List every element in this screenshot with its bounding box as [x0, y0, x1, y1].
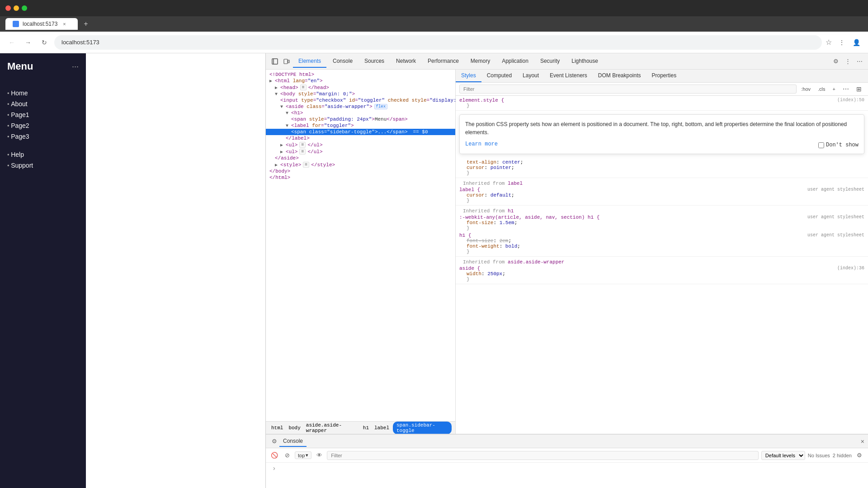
reload-button[interactable]: ↻ — [38, 36, 51, 49]
collapse-icon[interactable]: ▶ — [280, 149, 283, 155]
breadcrumb-span-toggle[interactable]: span.sidebar-toggle — [393, 422, 452, 434]
new-tab-button[interactable]: + — [80, 18, 92, 30]
style-selector[interactable]: aside { — [459, 266, 480, 271]
collapse-icon[interactable]: ▶ — [269, 78, 272, 84]
html-line[interactable]: ▶ <html lang="en"> — [266, 78, 455, 84]
top-context-selector[interactable]: top ▾ — [295, 451, 311, 459]
html-line[interactable]: ▶ <ul> ≡ </ul> — [266, 141, 455, 148]
close-tab-button[interactable]: × — [61, 21, 67, 27]
style-property[interactable]: cursor — [467, 192, 485, 198]
tab-performance[interactable]: Performance — [422, 55, 464, 68]
html-line[interactable]: <span style="padding: 24px">Menu</span> — [266, 116, 455, 122]
subtab-styles[interactable]: Styles — [456, 70, 481, 82]
inspect-icon[interactable] — [269, 56, 280, 67]
hover-button[interactable]: :hov — [798, 85, 813, 93]
back-button[interactable]: ← — [5, 36, 18, 49]
subtab-computed[interactable]: Computed — [481, 70, 517, 82]
style-property[interactable]: font-size — [467, 238, 493, 244]
tab-application[interactable]: Application — [496, 55, 534, 68]
style-property[interactable]: font-size — [467, 220, 493, 225]
collapse-icon[interactable]: ▶ — [280, 142, 283, 148]
add-style-button[interactable]: + — [830, 85, 838, 93]
html-line[interactable]: <!DOCTYPE html> — [266, 71, 455, 78]
collapse-icon[interactable]: ▶ — [275, 162, 278, 168]
extensions-button[interactable]: ⋮ — [835, 36, 848, 49]
html-line[interactable]: ▼ <h1> — [266, 110, 455, 116]
inherited-tag[interactable]: h1 — [508, 208, 514, 214]
html-line[interactable]: ▼ <body style="margin: 0;"> — [266, 91, 455, 97]
tab-memory[interactable]: Memory — [465, 55, 495, 68]
subtab-layout[interactable]: Layout — [517, 70, 544, 82]
console-filter-icon[interactable]: ⊘ — [282, 450, 292, 460]
url-bar[interactable]: localhost:5173 — [54, 35, 822, 50]
more-styles-button[interactable]: ⋯ — [840, 84, 852, 94]
nav-link-page2[interactable]: Page2 — [11, 122, 29, 129]
collapse-icon[interactable]: ▼ — [275, 92, 278, 97]
nav-link-help[interactable]: Help — [11, 151, 24, 158]
tab-network[interactable]: Network — [391, 55, 421, 68]
html-line[interactable]: ▼ <label for="toggler"> — [266, 122, 455, 129]
forward-button[interactable]: → — [22, 36, 34, 49]
sidebar-menu-dots[interactable]: ··· — [72, 62, 79, 71]
nav-link-home[interactable]: Home — [11, 89, 28, 97]
html-line[interactable]: ▶ <ul> ≡ </ul> — [266, 148, 455, 155]
bookmark-button[interactable]: ☆ — [826, 38, 832, 47]
console-settings-btn[interactable]: ⚙ — [854, 450, 864, 460]
style-property[interactable]: cursor — [467, 165, 485, 170]
tab-sources[interactable]: Sources — [359, 55, 390, 68]
browser-tab[interactable]: localhost:5173 × — [5, 18, 78, 30]
html-line[interactable]: ▶ <style> ≡ </style> — [266, 161, 455, 168]
styles-filter-input[interactable] — [459, 84, 797, 94]
profile-button[interactable]: 👤 — [850, 36, 863, 49]
close-console-button[interactable]: × — [861, 438, 864, 445]
subtab-dom-breakpoints[interactable]: DOM Breakpoints — [593, 70, 646, 82]
collapse-icon[interactable]: ▼ — [286, 123, 288, 128]
maximize-window-button[interactable] — [22, 5, 27, 11]
breadcrumb-aside[interactable]: aside.aside-wrapper — [304, 422, 359, 434]
html-line[interactable]: </aside> — [266, 155, 455, 161]
style-selector[interactable]: h1 { — [459, 233, 471, 238]
style-property[interactable]: text-align — [467, 160, 496, 165]
tab-console[interactable]: Console — [327, 55, 358, 68]
cls-button[interactable]: .cls — [815, 85, 828, 93]
html-line[interactable]: </html> — [266, 174, 455, 181]
tab-lighthouse[interactable]: Lighthouse — [566, 55, 604, 68]
html-line[interactable]: </label> — [266, 135, 455, 141]
dont-show-checkbox[interactable] — [818, 142, 824, 148]
html-line-selected[interactable]: <span class="sidebar-toggle">...</span> … — [266, 129, 455, 135]
html-line[interactable]: ▼ <aside class="aside-wrapper"> flex — [266, 103, 455, 110]
breadcrumb-html[interactable]: html — [269, 424, 285, 432]
breadcrumb-body[interactable]: body — [287, 424, 302, 432]
collapse-icon[interactable]: ▶ — [275, 85, 278, 90]
style-selector[interactable]: element.style { — [459, 98, 504, 103]
style-selector[interactable]: :-webkit-any(article, aside, nav, sectio… — [459, 215, 599, 220]
style-property[interactable]: font-weight — [467, 244, 500, 249]
close-window-button[interactable] — [5, 5, 11, 11]
collapse-icon[interactable]: ▼ — [286, 111, 288, 116]
subtab-event-listeners[interactable]: Event Listeners — [544, 70, 593, 82]
tab-security[interactable]: Security — [535, 55, 565, 68]
inherited-tag[interactable]: label — [508, 181, 523, 186]
html-line[interactable]: <input type="checkbox" id="toggler" chec… — [266, 97, 455, 103]
console-filter-input[interactable] — [327, 451, 759, 460]
html-line[interactable]: ▶ <head> ≡ </head> — [266, 84, 455, 91]
style-property[interactable]: width — [467, 271, 481, 277]
console-eye-icon[interactable]: 👁 — [314, 450, 324, 460]
color-format-button[interactable]: ⊞ — [854, 84, 864, 94]
breadcrumb-label[interactable]: label — [373, 424, 391, 432]
nav-link-page1[interactable]: Page1 — [11, 111, 29, 118]
clear-console-button[interactable]: 🚫 — [269, 450, 279, 460]
nav-link-about[interactable]: About — [11, 100, 28, 108]
nav-link-page3[interactable]: Page3 — [11, 133, 29, 140]
nav-link-support[interactable]: Support — [11, 162, 33, 169]
html-line[interactable]: </body> — [266, 168, 455, 174]
collapse-icon[interactable]: ▼ — [280, 104, 283, 109]
subtab-properties[interactable]: Properties — [646, 70, 682, 82]
learn-more-link[interactable]: Learn more — [465, 141, 498, 147]
style-selector[interactable]: label { — [459, 187, 480, 192]
console-settings-icon[interactable]: ⚙ — [269, 436, 279, 446]
devtools-more-icon2[interactable]: ⋯ — [854, 56, 864, 66]
devtools-settings-icon[interactable]: ⚙ — [831, 56, 841, 66]
tab-elements[interactable]: Elements — [293, 55, 326, 68]
inherited-tag[interactable]: aside.aside-wrapper — [508, 259, 564, 265]
